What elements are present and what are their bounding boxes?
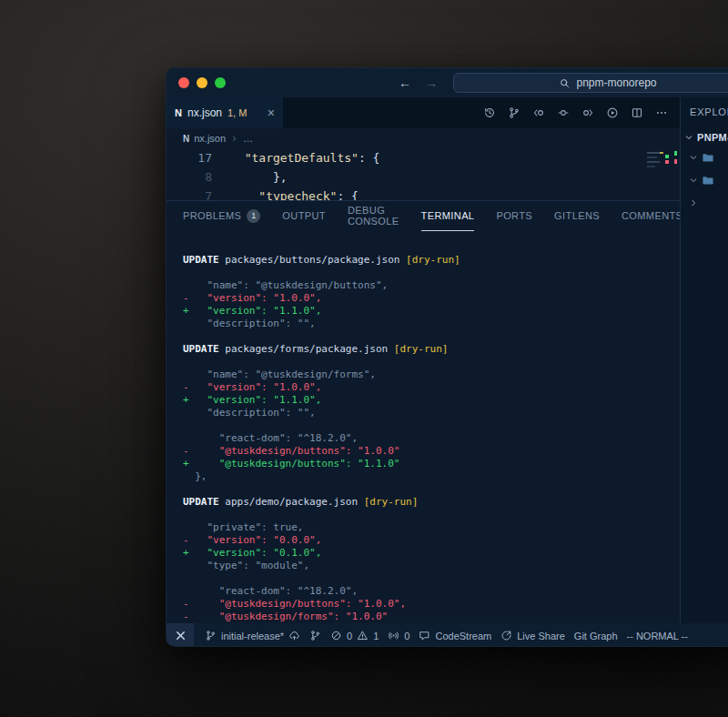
terminal-line xyxy=(183,483,680,496)
status-label: initial-release* xyxy=(221,631,284,641)
terminal-line xyxy=(183,572,680,585)
source-control-request-icon[interactable] xyxy=(508,106,521,119)
editor-line: 7 "typecheck": { xyxy=(167,187,680,200)
vim-mode[interactable]: -- NORMAL -- xyxy=(627,631,688,641)
run-file-icon[interactable] xyxy=(606,106,619,119)
panel-tab-label: OUTPUT xyxy=(282,210,326,221)
traffic-lights xyxy=(178,77,226,88)
cloud-up-icon xyxy=(288,630,300,641)
broadcast-status[interactable]: 0 xyxy=(388,630,410,641)
panel-tab-label: PORTS xyxy=(496,210,532,221)
code-text: "typecheck": { xyxy=(230,187,359,200)
terminal-line: UPDATE apps/demo/package.json [dry-run] xyxy=(183,496,680,509)
nav-forward-circle-icon[interactable] xyxy=(581,106,594,119)
terminal-line: "description": "", xyxy=(183,318,680,330)
panel-tab-output[interactable]: OUTPUT xyxy=(282,201,326,231)
terminal-line xyxy=(183,509,680,521)
vscode-window: ← → pnpm-monorepo N nx.json 1, M × N nx.… xyxy=(166,67,728,647)
chevron-down-icon xyxy=(688,175,699,186)
command-center-search[interactable]: pnpm-monorepo xyxy=(453,73,728,93)
nav-back-circle-icon[interactable] xyxy=(532,106,545,119)
more-actions-icon[interactable] xyxy=(655,106,668,119)
panel-tab-terminal[interactable]: TERMINAL xyxy=(421,201,475,231)
minimap[interactable] xyxy=(647,150,672,197)
split-editor-icon[interactable] xyxy=(631,106,643,119)
x-remote-icon xyxy=(175,630,187,641)
terminal-line: - "version": "1.0.0", xyxy=(183,292,680,305)
status-bar: initial-release*010CodeStreamLive ShareG… xyxy=(167,623,728,647)
tab-bar: N nx.json 1, M × xyxy=(167,97,680,128)
editor-column: N nx.json 1, M × N nx.json … 17 "targetD… xyxy=(167,97,680,623)
terminal-line: "name": "@tuskdesign/forms", xyxy=(183,369,680,381)
close-tab-icon[interactable]: × xyxy=(268,106,275,119)
chevron-down-icon xyxy=(688,152,699,163)
main-area: N nx.json 1, M × N nx.json … 17 "targetD… xyxy=(167,97,728,623)
line-number: 17 xyxy=(167,148,212,167)
status-label: Live Share xyxy=(517,631,565,641)
terminal-line: - "@tuskdesign/buttons": "1.0.0", xyxy=(183,598,680,611)
close-button[interactable] xyxy=(178,77,189,88)
breadcrumb-file[interactable]: nx.json xyxy=(194,133,226,144)
explorer-sidebar: EXPLORER PNPM-MONOREPO xyxy=(680,97,728,623)
terminal-line: + "@tuskdesign/buttons": "1.1.0" xyxy=(183,458,680,470)
line-number: 7 xyxy=(167,187,212,200)
editor-lines: 17 "targetDefaults": {8 },7 "typecheck":… xyxy=(167,148,680,200)
chat-icon xyxy=(419,630,430,641)
problems-count-badge: 1 xyxy=(247,209,260,223)
chevron-down-icon xyxy=(683,132,694,143)
explorer-folder-row[interactable] xyxy=(681,146,728,168)
code-text: "targetDefaults": { xyxy=(230,148,379,167)
tab-nx-json[interactable]: N nx.json 1, M × xyxy=(167,97,283,128)
remote-indicator[interactable] xyxy=(167,623,194,647)
terminal-line xyxy=(183,267,680,279)
panel-tab-comments[interactable]: COMMENTS xyxy=(622,201,682,231)
editor-line: 17 "targetDefaults": { xyxy=(167,148,680,167)
line-number: 8 xyxy=(167,167,212,187)
timeline-history-icon[interactable] xyxy=(483,106,496,119)
problems-status[interactable]: 01 xyxy=(330,630,379,641)
broadcast-icon xyxy=(388,630,399,641)
terminal-line xyxy=(183,356,680,369)
terminal-line: + "version": "1.1.0", xyxy=(183,394,680,407)
terminal-line xyxy=(183,419,680,432)
folder-icon xyxy=(702,174,714,187)
explorer-title: EXPLORER xyxy=(681,106,728,118)
navigate-back-button[interactable]: ← xyxy=(399,76,411,90)
status-label: 0 xyxy=(404,631,410,641)
workspace-name: pnpm-monorepo xyxy=(576,76,656,89)
editor-actions-toolbar xyxy=(483,97,668,128)
panel-tab-gitlens[interactable]: GITLENS xyxy=(554,201,600,231)
error-circ-icon xyxy=(330,630,342,641)
zoom-button[interactable] xyxy=(215,77,226,88)
folder-icon xyxy=(702,151,714,164)
panel-tab-bar: PROBLEMS1OUTPUTDEBUG CONSOLETERMINALPORT… xyxy=(167,201,680,231)
breadcrumb-more[interactable]: … xyxy=(243,133,253,144)
terminal-line: }, xyxy=(183,470,680,483)
terminal-line: UPDATE packages/buttons/package.json [dr… xyxy=(183,254,680,267)
explorer-folder-row[interactable] xyxy=(681,191,728,214)
navigate-forward-button[interactable]: → xyxy=(425,76,438,90)
panel-tab-problems[interactable]: PROBLEMS1 xyxy=(183,201,260,231)
terminal-line xyxy=(183,330,680,343)
terminal-line: - "@tuskdesign/forms": "1.0.0" xyxy=(183,611,680,623)
explorer-root-folder[interactable]: PNPM-MONOREPO xyxy=(681,129,728,146)
panel-tab-label: GITLENS xyxy=(554,210,600,221)
live-share[interactable]: Live Share xyxy=(500,630,565,641)
code-editor[interactable]: 17 "targetDefaults": {8 },7 "typecheck":… xyxy=(167,148,680,200)
warning-tri-icon xyxy=(357,630,369,641)
explorer-folder-row[interactable] xyxy=(681,168,728,191)
terminal-line: "description": "", xyxy=(183,407,680,419)
codestream[interactable]: CodeStream xyxy=(419,630,491,641)
record-circle-icon[interactable] xyxy=(557,106,570,119)
git-compare[interactable] xyxy=(309,630,321,641)
bottom-panel: PROBLEMS1OUTPUTDEBUG CONSOLETERMINALPORT… xyxy=(167,200,680,623)
git-branch-status[interactable]: initial-release* xyxy=(205,630,300,641)
breadcrumb[interactable]: N nx.json … xyxy=(167,128,680,148)
minimize-button[interactable] xyxy=(197,77,207,88)
git-graph[interactable]: Git Graph xyxy=(574,631,618,641)
terminal-output[interactable]: UPDATE packages/buttons/package.json [dr… xyxy=(167,231,680,623)
panel-tab-ports[interactable]: PORTS xyxy=(496,201,532,231)
tab-modified-badge: 1, M xyxy=(228,107,247,118)
panel-tab-debug-console[interactable]: DEBUG CONSOLE xyxy=(348,201,399,231)
status-label: 0 xyxy=(347,631,352,641)
